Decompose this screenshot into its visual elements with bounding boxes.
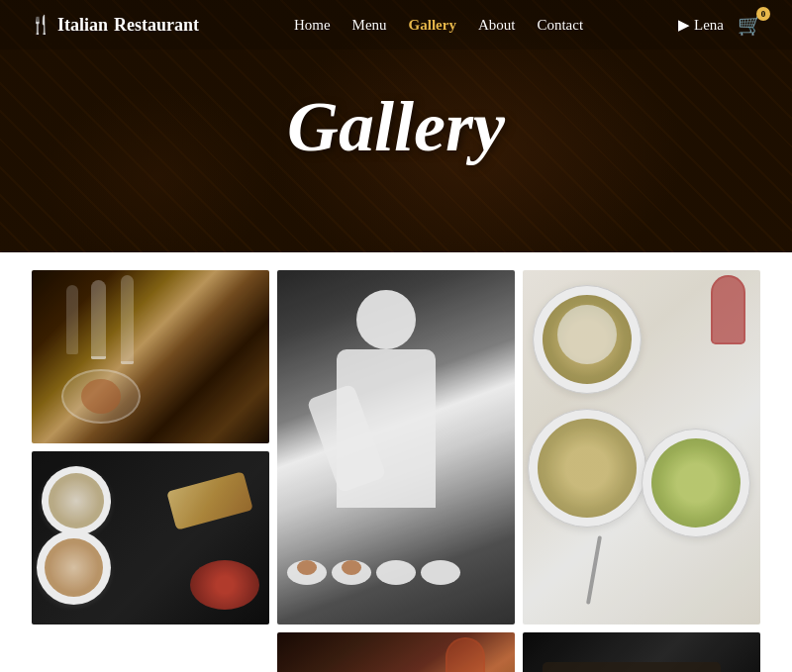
nav-home[interactable]: Home <box>294 17 331 34</box>
header-right: ▶ Lena 🛒 0 <box>678 13 762 37</box>
gallery-image-5 <box>277 632 515 672</box>
nav-about[interactable]: About <box>478 17 516 34</box>
main-nav: Home Menu Gallery About Contact <box>294 17 583 34</box>
gallery-image-3 <box>523 270 760 624</box>
gallery-image-6 <box>523 632 760 672</box>
site-header: 🍴 Italian Restaurant Home Menu Gallery A… <box>0 0 792 49</box>
cart-button[interactable]: 🛒 0 <box>738 13 762 37</box>
logo-text: Italian <box>57 15 108 36</box>
gallery-image-2 <box>277 270 515 624</box>
logo-icon: 🍴 <box>30 14 51 36</box>
cart-badge: 0 <box>756 7 770 21</box>
user-arrow-icon: ▶ <box>678 16 690 34</box>
logo[interactable]: 🍴 Italian Restaurant <box>30 14 199 36</box>
page-title: Gallery <box>287 85 505 167</box>
gallery-image-4 <box>32 451 269 624</box>
gallery-item-1[interactable] <box>32 270 269 443</box>
gallery-item-3[interactable] <box>523 270 760 624</box>
gallery-item-4[interactable] <box>32 451 269 624</box>
gallery-grid <box>30 270 762 672</box>
user-menu[interactable]: ▶ Lena <box>678 16 724 34</box>
nav-menu[interactable]: Menu <box>352 17 387 34</box>
gallery-item-6[interactable] <box>523 632 760 672</box>
nav-gallery[interactable]: Gallery <box>409 17 456 34</box>
logo-subtitle: Restaurant <box>114 15 199 36</box>
gallery-section <box>0 252 792 672</box>
user-name-label: Lena <box>694 17 724 34</box>
gallery-image-1 <box>32 270 269 443</box>
gallery-item-2[interactable] <box>277 270 515 624</box>
gallery-item-5[interactable] <box>277 632 515 672</box>
nav-contact[interactable]: Contact <box>537 17 583 34</box>
